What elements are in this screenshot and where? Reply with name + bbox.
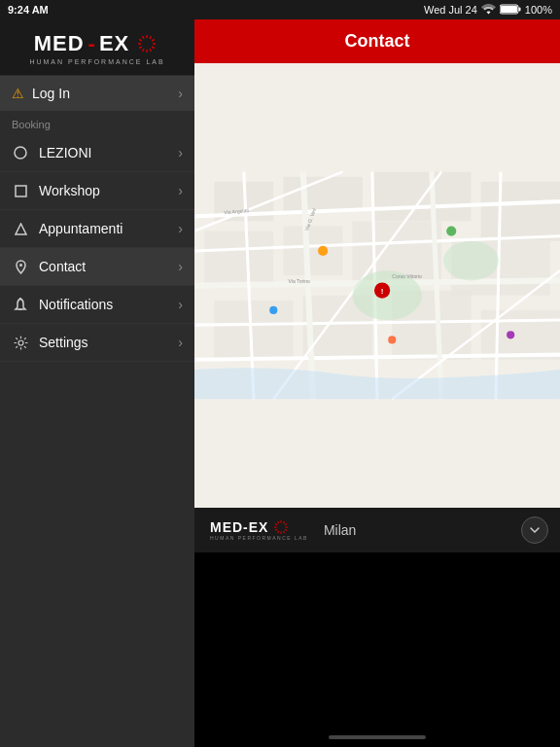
nav-item-contact[interactable]: Contact › (0, 248, 194, 286)
svg-line-56 (275, 529, 277, 530)
map-svg: ! Via Argelati Via Torino Corso Vittorio… (194, 63, 560, 508)
workshop-icon (12, 182, 29, 199)
contact-header-title: Contact (345, 31, 410, 51)
settings-chevron: › (178, 335, 183, 350)
chevron-down-icon (528, 523, 542, 537)
lezioni-icon (12, 144, 29, 161)
info-panel-logo: MED-EX (210, 519, 308, 541)
contact-chevron: › (178, 259, 183, 274)
map-area[interactable]: ! Via Argelati Via Torino Corso Vittorio… (194, 63, 560, 508)
sidebar: MED - EX (0, 19, 194, 747)
logo-text: MED (34, 31, 85, 56)
svg-line-52 (285, 529, 287, 530)
svg-marker-17 (16, 224, 26, 234)
svg-line-14 (143, 36, 145, 39)
logo-dash: - (88, 31, 95, 56)
notifications-icon (12, 296, 29, 313)
notifications-label: Notifications (39, 297, 113, 312)
svg-point-43 (388, 336, 396, 343)
svg-line-4 (150, 36, 152, 39)
svg-line-11 (139, 47, 142, 49)
svg-line-50 (285, 524, 287, 525)
settings-label: Settings (39, 335, 88, 350)
booking-section-label: Booking (0, 111, 194, 134)
contact-icon (12, 258, 29, 275)
svg-rect-24 (283, 177, 362, 212)
svg-rect-26 (481, 182, 560, 241)
svg-rect-31 (214, 301, 293, 360)
battery-icon (500, 4, 521, 17)
svg-point-41 (269, 306, 277, 314)
logo-ex: EX (99, 31, 129, 56)
contact-label: Contact (39, 259, 86, 274)
svg-point-36 (443, 241, 499, 281)
contact-header: Contact (194, 19, 560, 63)
svg-line-13 (139, 40, 142, 42)
alert-icon: ⚠ (12, 86, 24, 101)
svg-point-42 (507, 331, 514, 338)
svg-line-59 (278, 521, 279, 523)
svg-rect-2 (501, 6, 517, 13)
logo-radial-icon (133, 34, 160, 53)
svg-line-5 (152, 40, 155, 42)
login-label: Log In (32, 86, 70, 101)
scroll-indicator (329, 735, 426, 739)
svg-point-40 (446, 227, 456, 236)
status-indicators: Wed Jul 24 100% (424, 4, 552, 17)
svg-point-15 (15, 147, 26, 159)
bottom-area (194, 552, 560, 747)
date-label: Wed Jul 24 (424, 4, 477, 16)
nav-item-settings[interactable]: Settings › (0, 324, 194, 362)
battery-pct: 100% (525, 4, 552, 16)
svg-line-49 (284, 521, 285, 523)
svg-line-58 (275, 524, 277, 525)
svg-line-10 (143, 49, 145, 52)
nav-item-notifications[interactable]: Notifications › (0, 286, 194, 324)
status-time: 9:24 AM (8, 4, 49, 16)
sidebar-logo: MED - EX (0, 19, 194, 75)
expand-button[interactable] (521, 516, 548, 544)
map-background: ! Via Argelati Via Torino Corso Vittorio… (194, 63, 560, 508)
svg-point-18 (19, 264, 22, 267)
svg-rect-27 (204, 231, 273, 286)
appuntamenti-label: Appuntamenti (39, 221, 122, 236)
info-panel: MED-EX (194, 508, 560, 552)
svg-rect-1 (518, 7, 520, 11)
nav-item-appuntamenti[interactable]: Appuntamenti › (0, 210, 194, 248)
svg-point-21 (18, 340, 23, 345)
info-city: Milan (324, 522, 356, 538)
main-content: Contact (194, 19, 560, 747)
lezioni-chevron: › (178, 145, 183, 160)
info-logo-icon (271, 519, 291, 535)
status-bar: 9:24 AM Wed Jul 24 100% (0, 0, 560, 19)
logo-subtitle: HUMAN PERFORMANCE LAB (29, 58, 164, 65)
svg-rect-28 (283, 227, 342, 276)
appuntamenti-chevron: › (178, 221, 183, 236)
svg-point-39 (318, 246, 328, 256)
info-logo-subtitle: HUMAN PERFORMANCE LAB (210, 535, 308, 541)
info-logo-text: MED-EX (210, 519, 268, 535)
svg-rect-34 (481, 310, 560, 360)
notifications-chevron: › (178, 297, 183, 312)
svg-line-53 (284, 531, 285, 533)
svg-text:Via Torino: Via Torino (289, 278, 311, 284)
svg-line-7 (152, 47, 155, 49)
workshop-chevron: › (178, 183, 183, 198)
svg-line-55 (278, 531, 279, 533)
nav-item-workshop[interactable]: Workshop › (0, 172, 194, 210)
nav-item-lezioni[interactable]: LEZIONI › (0, 134, 194, 172)
lezioni-label: LEZIONI (39, 145, 91, 160)
svg-text:!: ! (381, 287, 384, 296)
login-button[interactable]: ⚠ Log In › (0, 76, 194, 111)
settings-icon (12, 334, 29, 351)
svg-rect-16 (16, 186, 26, 196)
login-chevron: › (178, 86, 183, 101)
svg-line-8 (150, 49, 152, 52)
workshop-label: Workshop (39, 183, 100, 198)
wifi-icon (481, 4, 496, 17)
svg-text:Corso Vittorio: Corso Vittorio (392, 273, 422, 279)
appuntamenti-icon (12, 220, 29, 237)
